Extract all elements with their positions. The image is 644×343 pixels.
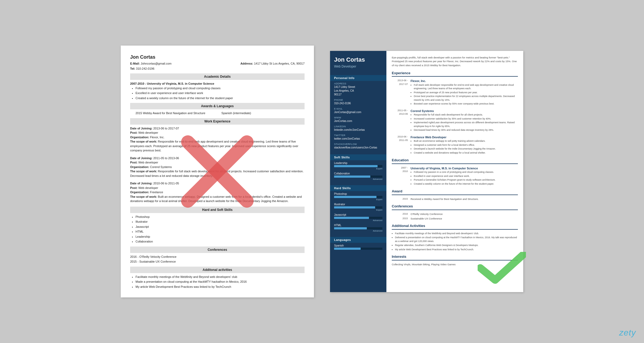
- exp-dates-3: 2010-06 -2011-05: [392, 135, 408, 155]
- list-item: Created a weekly column on the future of…: [414, 182, 518, 186]
- sidebar-personal-header: Personal Info: [330, 75, 386, 81]
- edu-bullets-1: Followed my passion in a core of prototy…: [411, 170, 518, 186]
- skill-illustrator-bar-fill: [334, 206, 375, 208]
- skill-illustrator-name: Illustrator: [334, 203, 382, 206]
- sidebar-www-value: JonCortas.com: [330, 119, 386, 125]
- skill-javascript-bar-bg: [334, 217, 382, 219]
- sidebar-twitter-value: twitter.com/JonCortas: [330, 137, 386, 143]
- work-entry-1: Date of Joining: 2013-06 to 2017-07 Post…: [130, 126, 305, 153]
- right-award-header: Award: [392, 189, 518, 195]
- exp-company-3: Freelance Web Developer: [411, 135, 518, 140]
- list-item: Facilitate monthly meetings of the Webfi…: [136, 275, 305, 279]
- work-org-1: Organization: Flexor, Inc.: [130, 135, 305, 140]
- left-email: E-Mail: Johncortas@gmail.com: [130, 61, 171, 66]
- left-address-label: Address:: [240, 62, 253, 65]
- list-item: Increased customer satisfaction by 35% a…: [414, 117, 518, 121]
- list-item: Made a presentation on cloud computing a…: [136, 279, 305, 284]
- skill-leadership-bar-bg: [334, 165, 382, 167]
- sidebar-email-value: JonCortas@gmail.com: [330, 110, 386, 116]
- skill-illustrator-bar-bg: [334, 206, 382, 208]
- skill-html: HTML Advanced: [330, 224, 386, 234]
- left-award1: 2015 Webby Award for Best Navigation and…: [136, 111, 205, 115]
- left-name: Jon Cortas: [130, 54, 305, 61]
- work-date-3: Date of Joining: 2010-06 to 2011-05: [130, 181, 305, 186]
- work-scope-2: The scope of work: Responsible for full …: [130, 169, 305, 178]
- skill-photoshop-bar-bg: [334, 196, 382, 198]
- right-interests-text: Collecting Vinyls, Mountain biking, Play…: [392, 263, 518, 266]
- exp-details-1: Flexor, Inc. Full stack web developer re…: [411, 79, 518, 106]
- resume-right: Jon Cortas Web Developer Personal Info A…: [330, 51, 523, 292]
- skill-leadership: Leadership Expert: [330, 162, 386, 172]
- right-title: Web Developer: [330, 65, 386, 72]
- list-item: Prototyped an average of 25 new product …: [414, 91, 518, 95]
- exp-bullets-3: Built an ecommerce webapp to sell potty …: [411, 139, 518, 155]
- left-email-label: E-Mail:: [130, 62, 140, 65]
- right-conferences-header: Conferences: [392, 204, 518, 210]
- left-conf-header: Conferences: [130, 247, 305, 253]
- list-item: Excelled in user experience and user int…: [414, 174, 518, 178]
- skill-javascript-name: Javascript: [334, 213, 382, 216]
- list-item: Built an ecommerce webapp to sell potty …: [414, 139, 518, 143]
- sidebar-languages-header: Languages: [330, 237, 386, 243]
- skill-html-bar-bg: [334, 227, 382, 229]
- sidebar-address-value: 1417 Libby StreetLos Angeles, CA90117: [330, 85, 386, 99]
- sidebar-stackoverflow-label: StackOverflow: [330, 143, 386, 146]
- award-year-1: 2015: [392, 197, 408, 201]
- skill-photoshop: Photoshop Expert: [330, 192, 386, 203]
- award-text-1: Received a Webby Award for Best Navigati…: [411, 197, 479, 201]
- left-conf-2: 2015 - Sustainable UX Conference: [130, 259, 305, 264]
- left-skills-list: Photoshop Illustrator Javascript HTML Le…: [130, 215, 305, 244]
- list-item: Facilitate monthly meetings of the Webfi…: [395, 232, 518, 236]
- skill-javascript-level: Advanced: [334, 219, 382, 222]
- exp-bullets-1: Full stack web developer responsible for…: [411, 83, 518, 106]
- skill-html-bar-fill: [334, 227, 367, 229]
- edu-dates-1: 2007 -2010: [392, 166, 408, 186]
- edu-title-1: University of Virginia, M.S. in Computer…: [411, 166, 518, 171]
- list-item: Followed my passion in a core of prototy…: [414, 170, 518, 174]
- conf-entry-2: 2015 Sustainable UX Conference: [392, 217, 518, 221]
- skill-spanish-name: Spanish: [334, 244, 382, 247]
- exp-company-2: Corend Systems: [411, 109, 518, 113]
- skill-html-name: HTML: [334, 224, 382, 227]
- right-name: Jon Cortas: [330, 56, 386, 65]
- list-item: Implemented Agile/Lean development proce…: [414, 121, 518, 128]
- skill-illustrator-level: Expert: [334, 209, 382, 211]
- left-awards-row: 2015 Webby Award for Best Navigation and…: [130, 111, 305, 115]
- left-conf-1: 2016 - O'Reilly Velocity Conference: [130, 255, 305, 259]
- skill-javascript: Javascript Advanced: [330, 213, 386, 224]
- left-tel-row: Tel: 310-242-0196: [130, 66, 305, 71]
- list-item: Collaboration: [136, 239, 305, 244]
- right-sidebar: Jon Cortas Web Developer Personal Info A…: [330, 51, 386, 292]
- skill-spanish-bar-fill: [334, 248, 361, 250]
- list-item: Illustrator: [136, 219, 305, 224]
- left-contact-row: E-Mail: Johncortas@gmail.com Address: 14…: [130, 61, 305, 66]
- list-item: My article Web Development Best Practice…: [395, 248, 518, 252]
- skill-spanish: Spanish: [330, 244, 386, 252]
- work-post-1: Post: Web developer: [130, 131, 305, 135]
- exp-entry-3: 2010-06 -2011-05 Freelance Web Developer…: [392, 135, 518, 155]
- work-scope-3: The scope of work: Built an ecommerce we…: [130, 195, 305, 203]
- left-tel: Tel: 310-242-0196: [130, 66, 154, 71]
- skill-collaboration-name: Collaboration: [334, 172, 382, 175]
- conf-year-1: 2016: [392, 212, 408, 216]
- left-academic-header: Academic Details: [130, 73, 305, 80]
- skill-collaboration-bar-fill: [334, 176, 370, 178]
- right-content: Eye-poppingly prolific, full stack web d…: [386, 51, 523, 292]
- skill-photoshop-name: Photoshop: [334, 192, 382, 195]
- list-item: Created a weekly column on the future of…: [136, 96, 305, 100]
- right-activities-list: Facilitate monthly meetings of the Webfi…: [392, 232, 518, 252]
- work-post-3: Post: Web developer: [130, 186, 305, 190]
- skill-spanish-bar-bg: [334, 248, 382, 250]
- edu-entry-1: 2007 -2010 University of Virginia, M.S. …: [392, 166, 518, 186]
- left-activities-header: Additonal activities: [130, 267, 305, 273]
- exp-details-2: Corend Systems Responsible for full stac…: [411, 109, 518, 132]
- list-item: Regular attendee, Southern California We…: [395, 244, 518, 247]
- right-experience-header: Experience: [392, 70, 518, 77]
- list-item: Excelled in user experience and user int…: [136, 91, 305, 95]
- skill-photoshop-level: Expert: [334, 198, 382, 201]
- skill-leadership-name: Leadership: [334, 162, 382, 165]
- exp-entry-2: 2011-05 -2013-06 Corend Systems Responsi…: [392, 109, 518, 132]
- skill-photoshop-bar-fill: [334, 196, 376, 198]
- exp-dates-2: 2011-05 -2013-06: [392, 109, 408, 132]
- list-item: HTML: [136, 229, 305, 234]
